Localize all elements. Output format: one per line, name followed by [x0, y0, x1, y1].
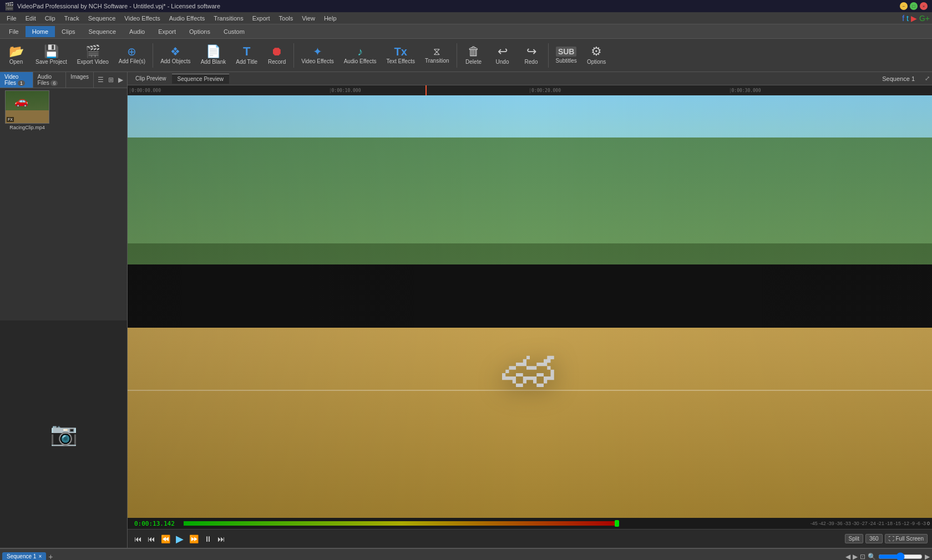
window-controls: − □ ×	[900, 2, 928, 10]
redo-icon: ↪	[526, 45, 536, 58]
delete-icon: 🗑	[468, 45, 480, 58]
menu-export[interactable]: Export	[248, 14, 275, 23]
close-button[interactable]: ×	[920, 2, 928, 10]
preview-ruler-marks: 0:00:00.000 0:00:10.000 0:00:20.000 0:00…	[128, 88, 932, 93]
sequence-preview-tab[interactable]: Sequence Preview	[172, 74, 229, 84]
nav-tab-clips[interactable]: Clips	[55, 26, 82, 37]
media-view-icon-1[interactable]: ☰	[96, 75, 105, 84]
social-yt-icon: ▶	[911, 14, 917, 23]
maximize-button[interactable]: □	[910, 2, 918, 10]
add-blank-icon: 📄	[206, 45, 221, 58]
media-forward-icon[interactable]: ▶	[116, 75, 125, 84]
add-files-button[interactable]: ⊕ Add File(s)	[114, 40, 150, 70]
media-tab-audio[interactable]: Audio Files 6	[33, 72, 67, 88]
step-back-button[interactable]: ⏮	[145, 533, 158, 544]
360-button[interactable]: 360	[865, 534, 883, 543]
undo-label: Undo	[496, 59, 509, 65]
nav-tab-options[interactable]: Options	[183, 26, 217, 37]
media-view-icon-2[interactable]: ⊞	[107, 75, 115, 84]
slow-back-button[interactable]: ⏪	[159, 533, 173, 544]
preview-right-controls: Split 360 ⛶ Full Screen	[845, 534, 928, 543]
media-tab-images[interactable]: Images	[66, 72, 94, 88]
undo-button[interactable]: ↩ Undo	[489, 40, 516, 70]
subtitles-button[interactable]: SUB Subtitles	[551, 40, 581, 70]
menu-track[interactable]: Track	[60, 14, 84, 23]
clip-preview-tab[interactable]: Clip Preview	[130, 74, 172, 83]
timeline: Sequence 1 × + ◀ ▶ ⊡ 🔍 ▶ 0:00:00.000 0:0…	[0, 548, 932, 560]
menu-sequence[interactable]: Sequence	[84, 14, 120, 23]
camera-icon: 📷	[50, 421, 78, 447]
playback-controls: ⏮ ⏮ ⏪ ▶ ⏩ ⏸ ⏭ Split 360 ⛶ Full Screen	[128, 529, 932, 548]
record-label: Record	[268, 59, 286, 65]
nav-tab-home[interactable]: Home	[26, 26, 55, 37]
add-title-icon: T	[243, 45, 250, 58]
video-effects-icon: ✦	[313, 46, 322, 57]
nav-tab-custom[interactable]: Custom	[217, 26, 251, 37]
open-button[interactable]: 📂 Open	[2, 40, 30, 70]
play-button[interactable]: ▶	[174, 532, 186, 546]
menu-transitions[interactable]: Transitions	[209, 14, 247, 23]
export-video-icon: 🎬	[85, 45, 100, 58]
text-effects-button[interactable]: Tx Text Effects	[382, 40, 419, 70]
timeline-zoom-slider[interactable]	[878, 552, 923, 561]
timeline-zoom-in[interactable]: 🔍	[868, 553, 876, 561]
add-sequence-button[interactable]: +	[48, 552, 53, 561]
export-video-button[interactable]: 🎬 Export Video	[73, 40, 113, 70]
nav-tab-audio[interactable]: Audio	[123, 26, 151, 37]
timeline-tool-left[interactable]: ◀	[845, 553, 850, 561]
menu-help[interactable]: Help	[320, 14, 341, 23]
video-effects-button[interactable]: ✦ Video Effects	[297, 40, 338, 70]
media-label-racing: RacingClip.mp4	[9, 125, 45, 130]
add-blank-button[interactable]: 📄 Add Blank	[196, 40, 231, 70]
menu-edit[interactable]: Edit	[21, 14, 40, 23]
window-title: VideoPad Professional by NCH Software - …	[17, 3, 220, 9]
open-icon: 📂	[9, 45, 24, 58]
sequence-tab[interactable]: Sequence 1 ×	[2, 552, 46, 560]
social-fb-icon: f	[902, 14, 904, 23]
toolbar: 📂 Open 💾 Save Project 🎬 Export Video ⊕ A…	[0, 39, 932, 72]
left-preview-area: 📷	[0, 320, 127, 548]
transition-button[interactable]: ⧖ Transition	[421, 40, 454, 70]
preview-ruler: 0:00:00.000 0:00:10.000 0:00:20.000 0:00…	[128, 85, 932, 95]
menu-file[interactable]: File	[2, 14, 21, 23]
timeline-tool-right[interactable]: ▶	[853, 553, 858, 561]
media-item-racing[interactable]: 🚗 FX RacingClip.mp4	[2, 90, 52, 130]
video-preview[interactable]: 🏎	[128, 95, 932, 518]
timeline-scroll-right[interactable]: ▶	[925, 553, 930, 561]
menu-tools[interactable]: Tools	[275, 14, 298, 23]
nav-tab-file[interactable]: File	[2, 26, 26, 37]
delete-button[interactable]: 🗑 Delete	[460, 40, 488, 70]
nav-tab-export[interactable]: Export	[151, 26, 183, 37]
text-effects-icon: Tx	[394, 46, 407, 57]
save-project-button[interactable]: 💾 Save Project	[31, 40, 72, 70]
slow-forward-button[interactable]: ⏩	[187, 533, 201, 544]
menu-video-effects[interactable]: Video Effects	[120, 14, 164, 23]
add-objects-button[interactable]: ❖ Add Objects	[156, 40, 195, 70]
media-thumb-racing[interactable]: 🚗 FX	[5, 90, 49, 124]
audio-effects-button[interactable]: ♪ Audio Effects	[340, 40, 381, 70]
media-tab-video[interactable]: Video Files 1	[0, 72, 33, 88]
add-title-button[interactable]: T Add Title	[231, 40, 262, 70]
go-to-end-button[interactable]: ⏭	[215, 533, 227, 544]
sequence-tab-close[interactable]: ×	[38, 553, 42, 559]
audio-effects-label: Audio Effects	[344, 58, 377, 64]
preview-expand-icon[interactable]: ⤢	[925, 75, 930, 82]
nav-tab-sequence[interactable]: Sequence	[82, 26, 123, 37]
split-button[interactable]: Split	[845, 534, 863, 543]
menu-audio-effects[interactable]: Audio Effects	[165, 14, 210, 23]
record-button[interactable]: ⏺ Record	[263, 40, 291, 70]
sequence-tab-label: Sequence 1	[7, 553, 36, 559]
fullscreen-button[interactable]: ⛶ Full Screen	[885, 534, 928, 543]
minimize-button[interactable]: −	[900, 2, 908, 10]
toolbar-separator-2	[293, 43, 294, 68]
redo-button[interactable]: ↪ Redo	[518, 40, 545, 70]
options-button[interactable]: ⚙ Options	[582, 40, 610, 70]
toolbar-separator-4	[548, 43, 549, 68]
go-to-start-button[interactable]: ⏮	[132, 533, 144, 544]
ruler-mark-0: 0:00:00.000	[130, 88, 330, 93]
step-forward-button[interactable]: ⏸	[202, 533, 214, 544]
menu-clip[interactable]: Clip	[40, 14, 60, 23]
social-tw-icon: t	[906, 14, 909, 23]
timeline-zoom-fit[interactable]: ⊡	[860, 553, 865, 561]
menu-view[interactable]: View	[297, 14, 320, 23]
